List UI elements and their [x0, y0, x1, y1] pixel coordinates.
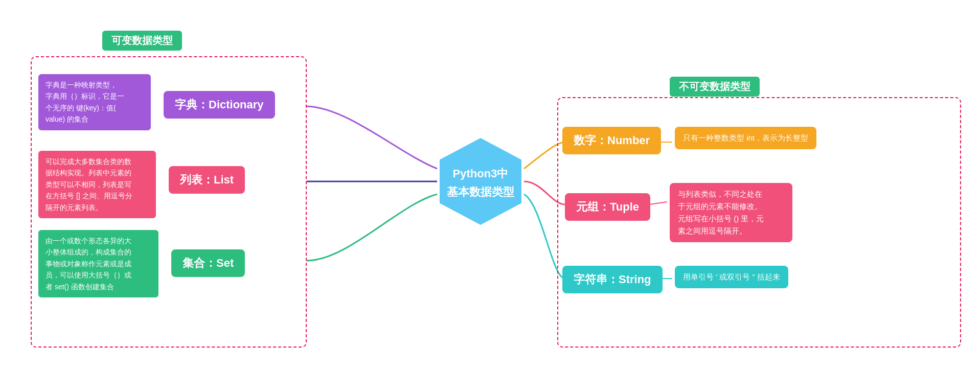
number-desc: 只有一种整数类型 int，表示为长整型 [675, 127, 816, 149]
dictionary-node: 字典：Dictionary [164, 91, 275, 119]
svg-marker-3 [440, 138, 521, 225]
mutable-label: 可变数据类型 [102, 31, 182, 51]
center-title-line2: 基本数据类型 [447, 186, 515, 198]
center-hexagon: Python3中 基本数据类型 [435, 135, 527, 227]
tuple-node: 元组：Tuple [565, 193, 650, 221]
set-node: 集合：Set [171, 249, 245, 277]
immutable-label: 不可变数据类型 [670, 77, 760, 97]
string-desc: 用单引号 ' 或双引号 " 括起来 [675, 266, 788, 288]
string-node: 字符串：String [562, 266, 663, 293]
dictionary-desc: 字典是一种映射类型，字典用｛｝标识，它是一个无序的 键(key)：值(value… [38, 74, 151, 130]
list-node: 列表：List [169, 166, 245, 194]
number-node: 数字：Number [562, 127, 661, 154]
set-desc: 由一个或数个形态各异的大小整体组成的，构成集合的事物或对象称作元素或是成员，可以… [38, 230, 158, 297]
list-desc: 可以完成大多数集合类的数据结构实现。列表中元素的类型可以不相同，列表是写在方括号… [38, 151, 156, 218]
tuple-desc: 与列表类似，不同之处在于元组的元素不能修改。元组写在小括号 () 里，元素之间用… [670, 183, 792, 242]
center-title-line1: Python3中 [453, 167, 509, 180]
